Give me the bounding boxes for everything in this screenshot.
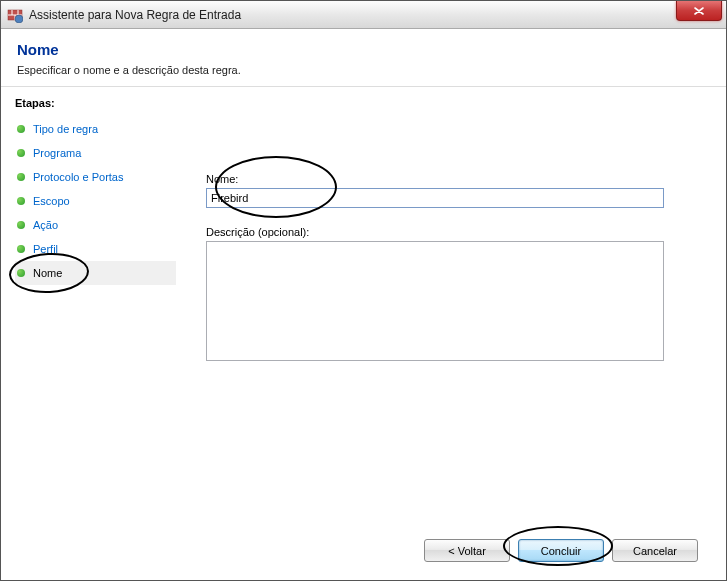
body-section: Etapas: Tipo de regra Programa Protocolo…	[1, 87, 726, 580]
page-subtitle: Especificar o nome e a descrição desta r…	[17, 64, 710, 76]
page-title: Nome	[17, 41, 710, 58]
step-escopo[interactable]: Escopo	[15, 189, 176, 213]
finish-button[interactable]: Concluir	[518, 539, 604, 562]
bullet-icon	[17, 221, 25, 229]
step-tipo-de-regra[interactable]: Tipo de regra	[15, 117, 176, 141]
step-nome[interactable]: Nome	[15, 261, 176, 285]
bullet-icon	[17, 269, 25, 277]
button-row: < Voltar Concluir Cancelar	[424, 539, 698, 562]
step-label: Nome	[33, 267, 62, 279]
close-icon	[694, 7, 704, 15]
bullet-icon	[17, 125, 25, 133]
step-programa[interactable]: Programa	[15, 141, 176, 165]
step-protocolo-e-portas[interactable]: Protocolo e Portas	[15, 165, 176, 189]
window-title: Assistente para Nova Regra de Entrada	[29, 8, 241, 22]
cancel-button[interactable]: Cancelar	[612, 539, 698, 562]
step-label: Ação	[33, 219, 58, 231]
bullet-icon	[17, 149, 25, 157]
titlebar: Assistente para Nova Regra de Entrada	[1, 1, 726, 29]
bullet-icon	[17, 173, 25, 181]
bullet-icon	[17, 197, 25, 205]
name-input[interactable]	[206, 188, 664, 208]
bullet-icon	[17, 245, 25, 253]
step-list: Tipo de regra Programa Protocolo e Porta…	[15, 117, 176, 285]
svg-point-5	[15, 15, 23, 23]
description-label: Descrição (opcional):	[206, 226, 698, 238]
step-label: Tipo de regra	[33, 123, 98, 135]
description-textarea[interactable]	[206, 241, 664, 361]
sidebar: Etapas: Tipo de regra Programa Protocolo…	[1, 87, 176, 580]
step-label: Perfil	[33, 243, 58, 255]
back-button[interactable]: < Voltar	[424, 539, 510, 562]
header-section: Nome Especificar o nome e a descrição de…	[1, 29, 726, 87]
step-label: Protocolo e Portas	[33, 171, 124, 183]
step-acao[interactable]: Ação	[15, 213, 176, 237]
close-button[interactable]	[676, 1, 722, 21]
firewall-icon	[7, 7, 23, 23]
content-pane: Nome: Descrição (opcional): < Voltar Con…	[176, 87, 726, 580]
name-label: Nome:	[206, 173, 698, 185]
step-perfil[interactable]: Perfil	[15, 237, 176, 261]
step-label: Programa	[33, 147, 81, 159]
step-label: Escopo	[33, 195, 70, 207]
form-area: Nome: Descrição (opcional):	[206, 97, 698, 363]
sidebar-title: Etapas:	[15, 97, 176, 109]
